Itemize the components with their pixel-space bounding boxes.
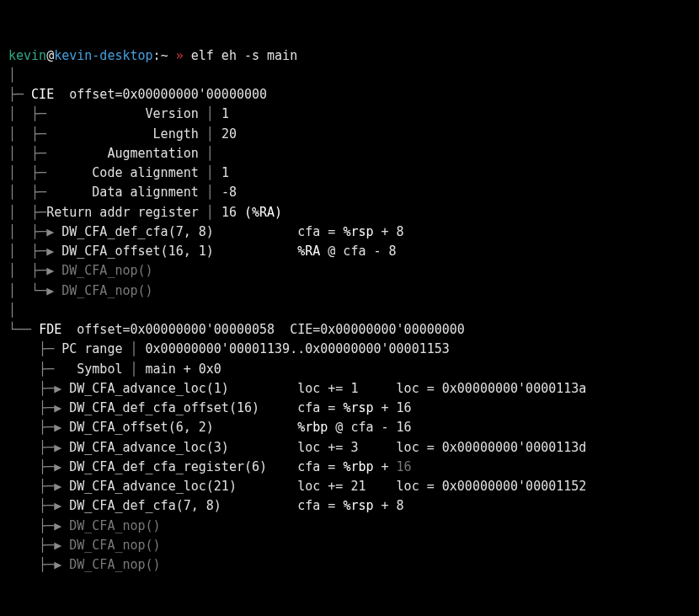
cie-length-value: 20 <box>221 126 237 142</box>
fde-op: DW_CFA_advance_loc(1) <box>69 381 229 396</box>
tree-line: ├─ <box>8 87 31 102</box>
cie-version-value: 1 <box>221 106 229 121</box>
fde-op-reg: %rbp <box>297 420 328 435</box>
prompt-host: kevin-desktop <box>54 48 152 63</box>
fde-op-reg: %rbp <box>343 459 373 474</box>
tree-line: │ ├─ <box>8 126 54 142</box>
fde-op-reg: %rsp <box>343 400 373 415</box>
fde-symbol-value: main + 0x0 <box>146 362 221 377</box>
cie-op: DW_CFA_offset(16, 1) <box>61 244 214 259</box>
fde-op: DW_CFA_def_cfa_offset(16) <box>69 400 259 415</box>
tree-line: │ ├─ <box>8 185 54 200</box>
tree-line: │ ├─▶ <box>8 224 61 239</box>
tree-line: ├─▶ <box>8 538 69 553</box>
tree-line: │ ├─ <box>8 146 54 161</box>
tree-line: ├─▶ <box>8 420 69 435</box>
cie-op-rest: + 8 <box>374 224 404 239</box>
fde-op-col3: loc = 0x00000000'00001152 <box>397 479 587 494</box>
fde-pcrange-value: 0x00000000'00001139..0x00000000'00001153 <box>146 341 450 356</box>
tree-line: ├─▶ <box>8 381 69 396</box>
cie-op: DW_CFA_def_cfa(7, 8) <box>61 224 214 239</box>
fde-op: DW_CFA_advance_loc(3) <box>69 440 229 455</box>
fde-op-ann: cfa = <box>297 459 343 474</box>
tree-line: │ ├─ <box>8 106 54 121</box>
cie-op-rest: @ cfa - 8 <box>320 244 396 259</box>
cie-ret-value: 16 <box>221 205 244 220</box>
tree-line: │ ├─ <box>8 205 46 220</box>
tree-line: │ ├─▶ <box>8 263 61 278</box>
cie-header: CIE <box>31 87 54 102</box>
fde-offset: offset=0x00000000'00000058 <box>77 322 275 337</box>
fde-op-nop: DW_CFA_nop() <box>69 518 160 533</box>
tree-line: ├─▶ <box>8 459 69 474</box>
tree-line: │ <box>8 303 16 318</box>
prompt-path: ~ <box>161 48 168 63</box>
cie-op-reg: %rsp <box>343 224 373 239</box>
fde-op-col2: loc += 3 <box>297 440 358 455</box>
tree-line: │ └─▶ <box>8 283 61 298</box>
cie-code-label: Code alignment <box>54 165 199 180</box>
fde-op: DW_CFA_advance_loc(21) <box>69 479 237 494</box>
fde-op-nop: DW_CFA_nop() <box>69 557 160 572</box>
fde-op-nop: DW_CFA_nop() <box>69 538 160 553</box>
prompt-line[interactable]: kevin@kevin-desktop:~ » elf eh -s main <box>8 48 297 63</box>
fde-op-after: + <box>374 459 397 474</box>
cie-offset: offset=0x00000000'00000000 <box>69 87 267 102</box>
cie-aug-label: Augmentation <box>54 146 199 161</box>
fde-op-after: + 8 <box>374 498 404 513</box>
tree-line: ├─▶ <box>8 479 69 494</box>
fde-op-dimtail: 16 <box>397 459 412 474</box>
cie-data-label: Data alignment <box>54 185 199 200</box>
fde-op-col2: loc += 1 <box>297 381 358 396</box>
fde-cieref: CIE=0x00000000'00000000 <box>290 322 465 337</box>
fde-op-ann: cfa = <box>297 400 343 415</box>
command-text: elf eh -s main <box>184 48 297 63</box>
cie-op-ann: cfa = <box>297 224 343 239</box>
tree-line: ├─▶ <box>8 498 69 513</box>
fde-op: DW_CFA_def_cfa_register(6) <box>69 459 267 474</box>
tree-line: ├─▶ <box>8 400 69 415</box>
fde-op-after: + 16 <box>374 400 412 415</box>
fde-op: DW_CFA_offset(6, 2) <box>69 420 214 435</box>
cie-op-reg: %RA <box>297 244 320 259</box>
tree-line: ├─▶ <box>8 440 69 455</box>
cie-op-nop: DW_CFA_nop() <box>61 283 152 298</box>
tree-line: ├─▶ <box>8 557 69 572</box>
prompt-at: @ <box>46 48 54 63</box>
cie-ret-reg: (%RA) <box>244 205 282 220</box>
cie-op-nop: DW_CFA_nop() <box>61 263 152 278</box>
fde-op: DW_CFA_def_cfa(7, 8) <box>69 498 221 513</box>
fde-pcrange-label: PC range <box>61 341 122 356</box>
terminal-output: kevin@kevin-desktop:~ » elf eh -s main │… <box>8 46 691 576</box>
fde-op-ann: cfa = <box>297 498 343 513</box>
tree-line: └── <box>8 322 39 337</box>
fde-header: FDE <box>39 322 61 337</box>
fde-op-after: @ cfa - 16 <box>328 420 411 435</box>
cie-length-label: Length <box>54 126 199 142</box>
tree-line: ├─▶ <box>8 518 69 533</box>
cie-code-value: 1 <box>221 165 229 180</box>
tree-line: │ ├─▶ <box>8 244 61 259</box>
tree-line: ├─ <box>8 341 61 356</box>
prompt-char: » <box>168 48 184 63</box>
fde-op-col3: loc = 0x00000000'0000113d <box>397 440 587 455</box>
tree-line: │ <box>8 67 16 83</box>
cie-ret-label: Return addr register <box>46 205 199 220</box>
tree-line: ├─ <box>8 362 61 377</box>
fde-op-col2: loc += 21 <box>297 479 366 494</box>
cie-data-value: -8 <box>221 185 237 200</box>
fde-op-reg: %rsp <box>343 498 373 513</box>
cie-version-label: Version <box>54 106 199 121</box>
prompt-user: kevin <box>8 48 46 63</box>
tree-line: │ ├─ <box>8 165 54 180</box>
fde-op-col3: loc = 0x00000000'0000113a <box>397 381 587 396</box>
fde-symbol-label: Symbol <box>61 362 122 377</box>
prompt-colon: : <box>153 48 161 63</box>
